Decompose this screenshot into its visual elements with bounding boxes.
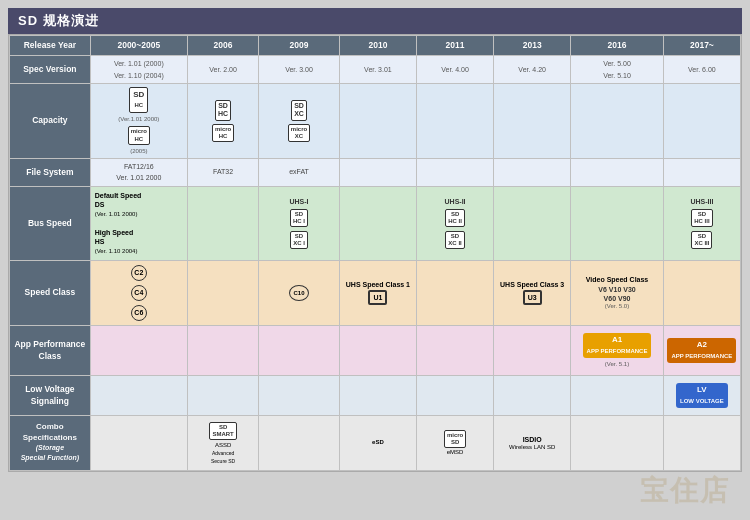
- sc-2009: C10: [259, 261, 340, 326]
- label-lowvoltage: Low VoltageSignaling: [10, 376, 91, 416]
- cap-2000: SDHC (Ver.1.01 2000) microHC (2005): [90, 84, 187, 158]
- row-filesystem: File System FAT12/16Ver. 1.01 2000 FAT32…: [10, 158, 741, 186]
- combo-2017: [663, 416, 740, 471]
- a1-badge: A1APP PERFORMANCE: [583, 333, 652, 358]
- label-busspeed: Bus Speed: [10, 186, 91, 260]
- row-speedclass: Speed Class C2 C4 C6 C10 UHS Speed Class…: [10, 261, 741, 326]
- combo-2009: [259, 416, 340, 471]
- label-filesystem: File System: [10, 158, 91, 186]
- label-speedclass: Speed Class: [10, 261, 91, 326]
- row-busspeed: Bus Speed Default SpeedDS (Ver. 1.01 200…: [10, 186, 741, 260]
- sv-2011: Ver. 4.00: [416, 56, 493, 84]
- cap-2006: SDHC microHC: [187, 84, 258, 158]
- sdhc-icon: SDHC: [215, 100, 231, 121]
- ap-2013: [494, 326, 571, 376]
- cap-2009: SDXC microXC: [259, 84, 340, 158]
- col-2010: 2010: [339, 36, 416, 56]
- bs-2017: UHS-III SDHC III SDXC III: [663, 186, 740, 260]
- cap-2011: [416, 84, 493, 158]
- lv-2010: [339, 376, 416, 416]
- outer-container: SD 规格演进 Release Year 2000~2005 2006: [0, 0, 750, 520]
- combo-2013: ISDIO Wireless LAN SD: [494, 416, 571, 471]
- col-2016: 2016: [571, 36, 664, 56]
- bs-2013: [494, 186, 571, 260]
- combo-2011: microSD eMSD: [416, 416, 493, 471]
- uhs-class1-badge: U1: [368, 290, 387, 305]
- sc-2000: C2 C4 C6: [90, 261, 187, 326]
- combo-2006: SDSMART ASSDAdvancedSecure SD: [187, 416, 258, 471]
- fs-2011: [416, 158, 493, 186]
- bs-2000: Default SpeedDS (Ver. 1.01 2000) High Sp…: [90, 186, 187, 260]
- uhs2-sd-icon: SDHC II: [445, 209, 465, 227]
- fs-2006: FAT32: [187, 158, 258, 186]
- sc-2017: [663, 261, 740, 326]
- lv-2000: [90, 376, 187, 416]
- cap-2017: [663, 84, 740, 158]
- sc-2016: Video Speed Class V6 V10 V30V60 V90 (Ver…: [571, 261, 664, 326]
- combo-2016: [571, 416, 664, 471]
- lv-badge: LVLOW VOLTAGE: [676, 383, 728, 408]
- bs-2011: UHS-II SDHC II SDXC II: [416, 186, 493, 260]
- fs-2009: exFAT: [259, 158, 340, 186]
- sv-2009: Ver. 3.00: [259, 56, 340, 84]
- fs-2010: [339, 158, 416, 186]
- lv-2016: [571, 376, 664, 416]
- col-2011: 2011: [416, 36, 493, 56]
- class4-badge: C4: [131, 285, 147, 301]
- uhs-class3-badge: U3: [523, 290, 542, 305]
- lv-2017: LVLOW VOLTAGE: [663, 376, 740, 416]
- uhs2-xc-icon: SDXC II: [445, 231, 464, 249]
- row-spec-version: Spec Version Ver. 1.01 (2000)Ver. 1.10 (…: [10, 56, 741, 84]
- sv-2006: Ver. 2.00: [187, 56, 258, 84]
- lv-2013: [494, 376, 571, 416]
- class2-badge: C2: [131, 265, 147, 281]
- sv-2017: Ver. 6.00: [663, 56, 740, 84]
- row-lowvoltage: Low VoltageSignaling LVLOW VOLTAGE: [10, 376, 741, 416]
- ap-2011: [416, 326, 493, 376]
- col-2000: 2000~2005: [90, 36, 187, 56]
- microsd-icon: microHC: [128, 126, 150, 144]
- ap-2017: A2APP PERFORMANCE: [663, 326, 740, 376]
- sdio-combo-icon: SDSMART: [209, 422, 236, 440]
- cap-2016: [571, 84, 664, 158]
- ap-2000: [90, 326, 187, 376]
- sv-2013: Ver. 4.20: [494, 56, 571, 84]
- ap-2006: [187, 326, 258, 376]
- ap-2016: A1APP PERFORMANCE (Ver. 5.1): [571, 326, 664, 376]
- fs-2000: FAT12/16Ver. 1.01 2000: [90, 158, 187, 186]
- ap-2010: [339, 326, 416, 376]
- bs-2006: [187, 186, 258, 260]
- class6-badge: C6: [131, 305, 147, 321]
- bs-2009: UHS-I SDHC I SDXC I: [259, 186, 340, 260]
- row-combo: ComboSpecifications(StorageSpecial Funct…: [10, 416, 741, 471]
- microsd-combo-icon: microSD: [444, 430, 466, 448]
- uhs3-sd-icon: SDHC III: [691, 209, 712, 227]
- sdxc-icon: SDXC: [291, 100, 307, 121]
- sc-2013: UHS Speed Class 3 U3: [494, 261, 571, 326]
- row-appperf: App Performance Class A1APP PERFORMANCE …: [10, 326, 741, 376]
- sc-2011: [416, 261, 493, 326]
- row-capacity: Capacity SDHC (Ver.1.01 2000) microHC (2…: [10, 84, 741, 158]
- label-appperf: App Performance Class: [10, 326, 91, 376]
- bs-2016: [571, 186, 664, 260]
- label-spec-version: Spec Version: [10, 56, 91, 84]
- cap-2013: [494, 84, 571, 158]
- fs-2013: [494, 158, 571, 186]
- sv-2016: Ver. 5.00Ver. 5.10: [571, 56, 664, 84]
- uhs3-xc-icon: SDXC III: [691, 231, 712, 249]
- sc-2010: UHS Speed Class 1 U1: [339, 261, 416, 326]
- microsdxc-icon: microXC: [288, 124, 310, 142]
- uhs1-sd-icon: SDHC I: [290, 209, 308, 227]
- header-row: Release Year 2000~2005 2006 2009 2010 20…: [10, 36, 741, 56]
- lv-2009: [259, 376, 340, 416]
- col-2013: 2013: [494, 36, 571, 56]
- label-capacity: Capacity: [10, 84, 91, 158]
- fs-2016: [571, 158, 664, 186]
- fs-2017: [663, 158, 740, 186]
- lv-2011: [416, 376, 493, 416]
- sv-2000: Ver. 1.01 (2000)Ver. 1.10 (2004): [90, 56, 187, 84]
- video-speed-values: V6 V10 V30V60 V90: [573, 285, 661, 303]
- label-combo: ComboSpecifications(StorageSpecial Funct…: [10, 416, 91, 471]
- sd-card-icon: SDHC: [129, 87, 148, 112]
- col-2009: 2009: [259, 36, 340, 56]
